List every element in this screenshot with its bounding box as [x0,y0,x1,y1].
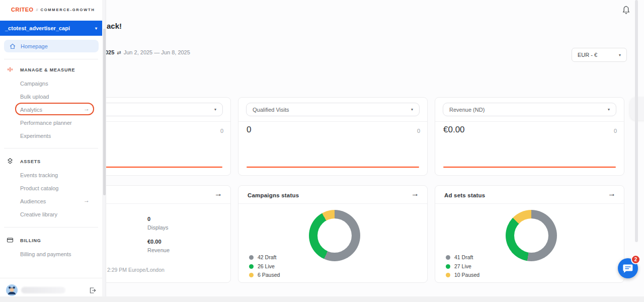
revenue-label: Revenue [147,247,170,253]
sidebar-item-experiments[interactable]: Experiments [20,133,51,139]
donut-hole [514,218,548,253]
divider [435,203,624,204]
chevron-down-icon: ▾ [619,53,621,57]
user-avatar[interactable] [6,284,18,296]
arrow-right-icon[interactable]: → [214,189,222,198]
compare-arrows-icon: ⇄ [117,50,121,55]
metric-axis-value-1: 0 [220,128,223,134]
legend-label-paused: 6 Paused [258,272,280,278]
date-range-previous-fragment: 025 [105,49,114,55]
legend-item: 41 Draft [446,254,473,260]
notifications-bell-icon[interactable] [622,6,630,15]
metric-selector-2[interactable]: Qualified Visits ▾ [246,103,420,116]
donut-hole [317,218,352,253]
metric-selector-2-label: Qualified Visits [253,107,289,113]
divider [238,121,427,122]
last-update-timestamp: 2:29 PM Europe/London [107,267,165,273]
main-scrollbar[interactable] [635,0,638,242]
logout-icon[interactable] [89,287,96,294]
divider [238,203,427,204]
divider [4,227,98,228]
legend-dot-paused [249,273,254,277]
metric-trend-line-2 [247,167,419,168]
horizontal-scrollbar-track[interactable] [0,296,644,302]
section-title-billing: BILLING [20,238,41,243]
legend-dot-draft [446,255,450,260]
legend-dot-live [249,264,254,269]
advertiser-selector[interactable]: _ctotest_advertiser_capi ▾ [0,21,102,36]
sidebar-item-billing-and-payments[interactable]: Billing and payments [20,251,71,257]
card-title: Ad sets status [444,192,485,198]
sidebar-item-creative-library[interactable]: Creative library [20,211,57,217]
currency-selector[interactable]: EUR - € ▾ [572,48,627,62]
adsets-status-donut-chart [506,210,557,261]
sidebar-item-bulk-upload[interactable]: Bulk upload [20,94,49,100]
displays-label: Displays [147,224,169,231]
home-icon [10,43,16,49]
divider [0,278,102,278]
sidebar-item-product-catalog[interactable]: Product catalog [20,185,58,191]
legend-dot-paused [446,273,450,277]
metric-selector-3[interactable]: Revenue (ND) ▾ [443,103,616,116]
divider [435,121,624,122]
legend-dot-live [446,264,450,269]
chevron-down-icon: ▾ [608,107,610,112]
legend-label-live: 27 Live [454,263,471,269]
sidebar-scrollbar-thumb[interactable] [103,29,106,195]
arrow-right-icon[interactable]: → [411,189,419,198]
metric-value-3: €0.00 [443,125,465,135]
sidebar-item-campaigns[interactable]: Campaigns [20,81,48,87]
welcome-heading: ack! [107,22,122,30]
metric-card-2: Qualified Visits ▾ 0 0 [238,97,428,176]
legend-item: 6 Paused [249,272,280,278]
chat-unread-badge: 2 [631,255,640,264]
sidebar-item-audiences[interactable]: Audiences [20,198,46,204]
logo-primary: CRITEO [11,7,34,13]
legend-label-draft: 42 Draft [258,254,276,260]
metric-trend-line-3 [443,167,616,168]
arrow-right-icon[interactable]: → [608,189,616,198]
logo-separator: // [36,8,38,12]
user-name-redacted [21,287,65,293]
section-title-manage-measure: MANAGE & MEASURE [20,67,75,72]
metric-card-3: Revenue (ND) ▾ €0.00 0 [435,97,624,176]
date-range-row[interactable]: 025 ⇄ Jun 2, 2025 — Jun 8, 2025 [105,49,190,55]
sidebar-item-homepage[interactable]: Homepage [4,40,99,52]
billing-card-icon [7,237,14,244]
metric-selector-3-label: Revenue (ND) [449,107,485,113]
divider [4,148,98,148]
displays-value: 0 [147,216,150,222]
date-range-current: Jun 2, 2025 — Jun 8, 2025 [124,49,190,55]
campaigns-status-donut-chart [309,210,360,261]
chat-bubble-icon [623,264,633,273]
chevron-down-icon: ▾ [95,26,97,31]
sidebar-item-events-tracking[interactable]: Events tracking [20,172,58,178]
chat-support-button[interactable]: 2 [618,258,638,278]
chevron-down-icon: ▾ [214,107,216,112]
sidebar-scrollbar-track[interactable] [102,0,106,296]
assets-layers-icon [7,158,14,165]
analytics-highlight-box [15,103,94,115]
metric-axis-value-3: 0 [614,128,617,134]
legend-label-live: 26 Live [258,263,275,269]
currency-selector-value: EUR - € [578,52,597,58]
adsets-status-card: Ad sets status → 41 Draft 27 Live 10 Pau… [435,185,624,283]
legend-label-paused: 10 Paused [454,272,479,278]
logo-secondary: COMMERCE-GROWTH [40,8,95,12]
sidebar: CRITEO // COMMERCE-GROWTH _ctotest_adver… [0,0,102,296]
revenue-value: €0.00 [147,239,162,245]
arrow-right-icon: → [84,105,90,112]
chevron-down-icon: ▾ [411,107,413,112]
legend-label-draft: 41 Draft [454,254,473,260]
criteo-logo: CRITEO // COMMERCE-GROWTH [11,7,95,13]
sidebar-item-performance-planner[interactable]: Performance planner [20,120,72,126]
arrow-right-icon: → [84,197,90,204]
metric-value-2: 0 [247,125,251,135]
legend-item: 42 Draft [249,254,276,260]
section-title-assets: ASSETS [20,159,41,164]
card-title: Campaigns status [248,192,299,198]
sidebar-item-label: Homepage [21,43,48,49]
advertiser-name: _ctotest_advertiser_capi [5,25,70,31]
legend-item: 10 Paused [446,272,479,278]
campaigns-status-card: Campaigns status → 42 Draft 26 Live 6 Pa… [238,185,428,283]
